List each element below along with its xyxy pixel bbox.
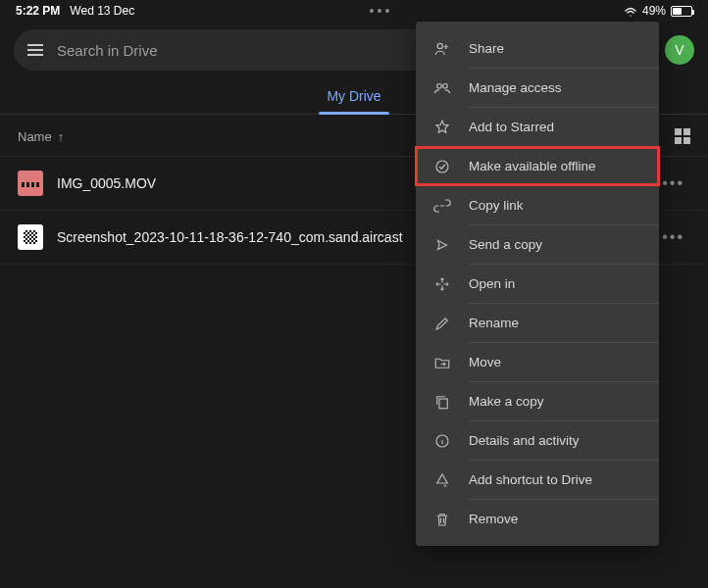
drive-shortcut-icon <box>433 471 451 489</box>
menu-add-starred[interactable]: Add to Starred <box>416 108 659 146</box>
context-menu: Share Manage access Add to Starred Make … <box>416 22 659 546</box>
pencil-icon <box>433 315 451 332</box>
open-in-icon <box>433 275 451 293</box>
menu-open-in[interactable]: Open in <box>416 265 659 303</box>
video-file-icon <box>18 171 43 196</box>
battery-percent: 49% <box>642 4 666 18</box>
link-icon <box>433 197 451 215</box>
svg-point-1 <box>437 83 442 88</box>
menu-copy-link[interactable]: Copy link <box>416 186 659 224</box>
tab-my-drive[interactable]: My Drive <box>311 78 396 114</box>
copy-icon <box>433 393 451 411</box>
menu-make-copy[interactable]: Make a copy <box>416 382 659 420</box>
image-file-icon <box>18 224 43 250</box>
menu-manage-access[interactable]: Manage access <box>416 69 659 107</box>
svg-point-0 <box>437 43 442 48</box>
star-icon <box>433 119 451 136</box>
status-date: Wed 13 Dec <box>70 4 134 18</box>
menu-add-shortcut[interactable]: Add shortcut to Drive <box>416 461 659 499</box>
menu-remove[interactable]: Remove <box>416 500 659 538</box>
avatar[interactable]: V <box>665 35 694 65</box>
wifi-icon <box>624 6 637 17</box>
menu-details[interactable]: Details and activity <box>416 421 659 460</box>
file-more-icon[interactable]: ••• <box>656 224 690 250</box>
menu-icon[interactable] <box>27 44 43 56</box>
menu-move[interactable]: Move <box>416 343 659 381</box>
menu-share[interactable]: Share <box>416 29 659 68</box>
grid-view-icon[interactable] <box>675 128 690 144</box>
svg-rect-4 <box>439 399 447 409</box>
folder-move-icon <box>433 354 451 371</box>
menu-send-copy[interactable]: Send a copy <box>416 225 659 264</box>
trash-icon <box>433 511 451 528</box>
file-more-icon[interactable]: ••• <box>656 171 690 196</box>
menu-rename[interactable]: Rename <box>416 304 659 342</box>
menu-available-offline[interactable]: Make available offline <box>416 147 659 185</box>
send-icon <box>433 236 451 254</box>
person-add-icon <box>433 40 451 58</box>
search-input[interactable]: Search in Drive <box>57 42 158 59</box>
status-time: 5:22 PM <box>16 4 60 18</box>
sort-by-name[interactable]: Name ↑ <box>18 129 64 144</box>
sort-ascending-icon: ↑ <box>58 129 65 144</box>
svg-point-3 <box>436 161 448 172</box>
status-bar: 5:22 PM Wed 13 Dec 49% <box>0 0 708 22</box>
more-dots-icon[interactable] <box>370 9 389 13</box>
offline-icon <box>433 158 451 175</box>
svg-point-2 <box>443 83 448 88</box>
people-icon <box>433 79 451 97</box>
info-icon <box>433 432 451 450</box>
battery-icon <box>671 6 692 17</box>
